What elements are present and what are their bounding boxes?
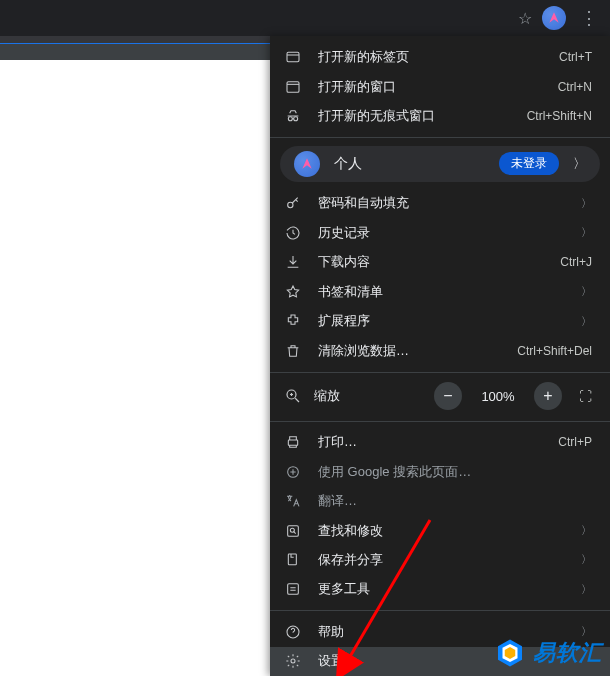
menu-shortcut: Ctrl+T <box>559 50 592 64</box>
help-icon <box>284 623 302 641</box>
chevron-right-icon: 〉 <box>573 155 586 173</box>
svg-point-13 <box>291 659 295 663</box>
chevron-right-icon: 〉 <box>581 225 592 240</box>
menu-label: 打开新的标签页 <box>318 48 543 66</box>
menu-shortcut: Ctrl+J <box>560 255 592 269</box>
zoom-label: 缩放 <box>314 387 422 405</box>
profile-avatar-icon[interactable] <box>542 6 566 30</box>
watermark-text: 易软汇 <box>533 638 602 668</box>
menu-more-tools[interactable]: 更多工具 〉 <box>270 575 610 604</box>
svg-rect-0 <box>287 53 299 62</box>
menu-label: 打印… <box>318 433 542 451</box>
menu-bookmarks[interactable]: 书签和清单 〉 <box>270 277 610 306</box>
new-window-icon <box>284 78 302 96</box>
google-icon <box>284 463 302 481</box>
find-icon <box>284 522 302 540</box>
key-icon <box>284 194 302 212</box>
svg-point-4 <box>288 203 293 208</box>
gear-icon <box>284 652 302 670</box>
menu-label: 书签和清单 <box>318 283 559 301</box>
new-tab-icon <box>284 48 302 66</box>
download-icon <box>284 253 302 271</box>
translate-icon <box>284 492 302 510</box>
page-content <box>0 60 270 676</box>
zoom-icon <box>284 387 302 405</box>
menu-label: 打开新的窗口 <box>318 78 542 96</box>
trash-icon <box>284 342 302 360</box>
menu-save-share[interactable]: 保存并分享 〉 <box>270 545 610 574</box>
chevron-right-icon: 〉 <box>581 196 592 211</box>
menu-label: 清除浏览数据… <box>318 342 501 360</box>
menu-separator <box>270 137 610 138</box>
incognito-icon <box>284 107 302 125</box>
chevron-right-icon: 〉 <box>581 314 592 329</box>
zoom-value: 100% <box>474 389 522 404</box>
svg-rect-8 <box>288 525 299 536</box>
svg-point-2 <box>288 117 292 121</box>
menu-label: 打开新的无痕式窗口 <box>318 107 511 125</box>
more-tools-icon <box>284 580 302 598</box>
menu-label: 历史记录 <box>318 224 559 242</box>
menu-separator <box>270 610 610 611</box>
menu-label: 扩展程序 <box>318 312 559 330</box>
menu-incognito[interactable]: 打开新的无痕式窗口 Ctrl+Shift+N <box>270 102 610 131</box>
menu-translate[interactable]: 翻译… <box>270 486 610 515</box>
menu-google-search[interactable]: 使用 Google 搜索此页面… <box>270 457 610 486</box>
chevron-right-icon: 〉 <box>581 523 592 538</box>
browser-main-menu: 打开新的标签页 Ctrl+T 打开新的窗口 Ctrl+N 打开新的无痕式窗口 C… <box>270 36 610 676</box>
menu-find-edit[interactable]: 查找和修改 〉 <box>270 516 610 545</box>
menu-label: 翻译… <box>318 492 592 510</box>
menu-kebab-icon[interactable]: ⋮ <box>576 7 604 29</box>
svg-rect-6 <box>288 440 297 445</box>
print-icon <box>284 433 302 451</box>
menu-print[interactable]: 打印… Ctrl+P <box>270 427 610 456</box>
zoom-in-button[interactable]: + <box>534 382 562 410</box>
bookmark-star-icon[interactable]: ☆ <box>518 9 532 28</box>
menu-label: 保存并分享 <box>318 551 559 569</box>
profile-avatar-icon <box>294 151 320 177</box>
chevron-right-icon: 〉 <box>581 284 592 299</box>
watermark: 易软汇 <box>495 638 602 668</box>
star-icon <box>284 283 302 301</box>
fullscreen-icon[interactable]: ⛶ <box>574 389 596 404</box>
menu-separator <box>270 372 610 373</box>
chevron-right-icon: 〉 <box>581 552 592 567</box>
menu-shortcut: Ctrl+P <box>558 435 592 449</box>
menu-profile[interactable]: 个人 未登录 〉 <box>280 146 600 182</box>
menu-separator <box>270 421 610 422</box>
menu-downloads[interactable]: 下载内容 Ctrl+J <box>270 248 610 277</box>
menu-label: 密码和自动填充 <box>318 194 559 212</box>
svg-point-3 <box>294 117 298 121</box>
menu-label: 使用 Google 搜索此页面… <box>318 463 592 481</box>
menu-new-window[interactable]: 打开新的窗口 Ctrl+N <box>270 72 610 101</box>
menu-label: 下载内容 <box>318 253 544 271</box>
menu-passwords[interactable]: 密码和自动填充 〉 <box>270 189 610 218</box>
svg-rect-1 <box>287 81 299 92</box>
history-icon <box>284 224 302 242</box>
menu-clear-data[interactable]: 清除浏览数据… Ctrl+Shift+Del <box>270 336 610 365</box>
browser-toolbar: ☆ ⋮ <box>0 0 610 36</box>
menu-shortcut: Ctrl+Shift+N <box>527 109 592 123</box>
menu-shortcut: Ctrl+Shift+Del <box>517 344 592 358</box>
profile-login-badge[interactable]: 未登录 <box>499 152 559 175</box>
watermark-logo-icon <box>495 638 525 668</box>
svg-rect-11 <box>288 584 299 595</box>
profile-label: 个人 <box>334 155 485 173</box>
menu-new-tab[interactable]: 打开新的标签页 Ctrl+T <box>270 43 610 72</box>
menu-extensions[interactable]: 扩展程序 〉 <box>270 307 610 336</box>
menu-history[interactable]: 历史记录 〉 <box>270 218 610 247</box>
menu-shortcut: Ctrl+N <box>558 80 592 94</box>
menu-label: 查找和修改 <box>318 522 559 540</box>
extension-icon <box>284 312 302 330</box>
svg-rect-10 <box>288 554 296 565</box>
save-share-icon <box>284 551 302 569</box>
menu-label: 更多工具 <box>318 580 559 598</box>
menu-zoom: 缩放 − 100% + ⛶ <box>270 378 610 414</box>
zoom-out-button[interactable]: − <box>434 382 462 410</box>
chevron-right-icon: 〉 <box>581 582 592 597</box>
